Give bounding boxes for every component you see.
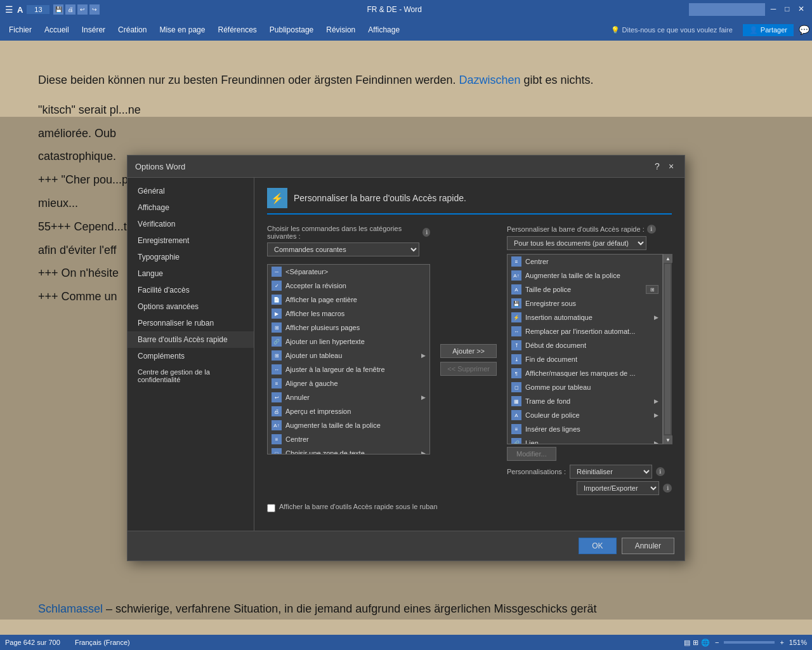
nav-confidentialite[interactable]: Centre de gestion de la confidentialité: [128, 364, 254, 387]
redo-icon[interactable]: ↪: [89, 4, 100, 15]
category-row: Commandes courantes: [267, 242, 430, 256]
view-normal-icon[interactable]: ▤: [684, 639, 690, 647]
doc-link-1[interactable]: Dazwischen: [459, 74, 520, 86]
nav-avancees[interactable]: Options avancées: [128, 298, 254, 315]
statusbar-right: ▤ ⊞ 🌐 − + 151%: [684, 639, 807, 647]
nav-barre-outils[interactable]: Barre d'outils Accès rapide: [128, 331, 254, 348]
save-icon[interactable]: 💾: [53, 4, 63, 15]
menu-publipostage[interactable]: Publipostage: [263, 23, 320, 37]
personalisations-label: Personnalisations :: [507, 468, 566, 475]
list-item[interactable]: 🔗 Ajouter un lien hypertexte: [268, 335, 429, 348]
add-button[interactable]: Ajouter >>: [440, 344, 497, 358]
nav-langue[interactable]: Langue: [128, 265, 254, 282]
right-list-item[interactable]: ⤓ Fin de document: [508, 352, 662, 366]
scroll-up-button[interactable]: ▲: [664, 254, 672, 263]
right-list-item[interactable]: ¶ Afficher/masquer les marques de ...: [508, 366, 662, 380]
nav-personnaliser-ruban[interactable]: Personnaliser le ruban: [128, 315, 254, 331]
menu-creation[interactable]: Création: [112, 23, 153, 37]
quick-access-list[interactable]: ≡ Centrer A↑ Augmenter la taille de la p…: [507, 254, 663, 444]
list-item[interactable]: ≡ Centrer: [268, 432, 429, 446]
right-list-item[interactable]: A Taille de police ⊞: [508, 282, 662, 296]
right-list-item[interactable]: A Couleur de police ▶: [508, 408, 662, 422]
comments-icon[interactable]: 💬: [799, 25, 809, 35]
left-column: Choisir les commandes dans les catégorie…: [267, 225, 430, 495]
category-select[interactable]: Commandes courantes: [267, 242, 419, 256]
close-button[interactable]: ✕: [796, 3, 807, 15]
list-item[interactable]: ⊞ Afficher plusieurs pages: [268, 321, 429, 335]
view-read-icon[interactable]: ⊞: [693, 639, 698, 647]
right-list-item[interactable]: 💾 Enregistrer sous: [508, 296, 662, 310]
nav-complements[interactable]: Compléments: [128, 348, 254, 364]
list-item[interactable]: ✓ Accepter la révision: [268, 279, 429, 293]
cancel-button[interactable]: Annuler: [622, 538, 674, 554]
list-item[interactable]: A↑ Augmenter la taille de la police: [268, 418, 429, 432]
list-item[interactable]: □ Choisir une zone de texte ▶: [268, 446, 429, 454]
menu-references[interactable]: Références: [211, 23, 263, 37]
checkbox-row: Afficher la barre d'outils Accès rapide …: [267, 503, 672, 512]
font-color2-icon: A: [511, 410, 521, 420]
print-icon[interactable]: 🖨: [65, 4, 75, 15]
menu-mise-en-page[interactable]: Mise en page: [153, 23, 211, 37]
menu-fichier[interactable]: Fichier: [3, 23, 38, 37]
menu-affichage[interactable]: Affichage: [362, 23, 406, 37]
dialog-header: Options Word ? ×: [128, 156, 684, 178]
dialog-title: Options Word: [135, 162, 185, 171]
menu-accueil[interactable]: Accueil: [38, 23, 75, 37]
view-web-icon[interactable]: 🌐: [701, 639, 710, 647]
right-list-item[interactable]: ⤒ Début de document: [508, 338, 662, 352]
menubar: Fichier Accueil Insérer Création Mise en…: [0, 19, 812, 41]
scroll-down-button[interactable]: ▼: [664, 435, 672, 444]
zoom-in-button[interactable]: +: [780, 639, 783, 646]
middle-buttons: Ajouter >> << Supprimer: [438, 225, 499, 495]
maximize-button[interactable]: □: [782, 3, 793, 15]
list-item[interactable]: ▶ Afficher les macros: [268, 307, 429, 321]
nav-verification[interactable]: Vérification: [128, 216, 254, 232]
right-list-item[interactable]: 🔗 Lien ▶: [508, 436, 662, 444]
show-below-ribbon-checkbox[interactable]: [267, 504, 275, 512]
nav-typographie[interactable]: Typographie: [128, 249, 254, 265]
nav-facilite[interactable]: Facilité d'accès: [128, 282, 254, 298]
nav-enregistrement[interactable]: Enregistrement: [128, 232, 254, 249]
list-item[interactable]: 🖨 Aperçu et impression: [268, 404, 429, 418]
commands-list[interactable]: ─ <Séparateur> ✓ Accepter la révision 📄: [267, 264, 430, 454]
arrow-icon: ▶: [421, 450, 426, 454]
dialog-help-button[interactable]: ?: [652, 161, 663, 172]
titlebar-search[interactable]: [689, 3, 765, 16]
minimize-button[interactable]: ─: [768, 3, 779, 15]
hamburger-icon[interactable]: ☰: [5, 4, 13, 15]
share-button[interactable]: 👤 Partager: [743, 24, 794, 36]
right-list-item[interactable]: A↑ Augmenter la taille de la police: [508, 269, 662, 282]
ok-button[interactable]: OK: [579, 538, 616, 554]
menu-search-text[interactable]: Dites-nous ce que vous voulez faire: [622, 26, 733, 34]
list-item[interactable]: 📄 Afficher la page entière: [268, 293, 429, 307]
nav-affichage[interactable]: Affichage: [128, 199, 254, 216]
info-icon-perso2: ℹ: [663, 484, 672, 493]
reinitialiser-select[interactable]: Réinitialiser: [570, 465, 652, 479]
font-size-input[interactable]: 13: [27, 5, 49, 14]
right-list-item[interactable]: ≡ Centrer: [508, 255, 662, 269]
menu-inserer[interactable]: Insérer: [75, 23, 112, 37]
nav-general[interactable]: Général: [128, 183, 254, 199]
personalisations-row: Personnalisations : Réinitialiser ℹ: [507, 465, 672, 479]
zoom-slider[interactable]: [724, 641, 775, 644]
list-item[interactable]: ─ <Séparateur>: [268, 265, 429, 279]
menu-revision[interactable]: Révision: [320, 23, 362, 37]
right-list-item[interactable]: ⚡ Insertion automatique ▶: [508, 310, 662, 324]
right-select[interactable]: Pour tous les documents (par défaut): [507, 236, 646, 250]
list-item[interactable]: ≡ Aligner à gauche: [268, 376, 429, 390]
right-list-item[interactable]: ◻ Gomme pour tableau: [508, 380, 662, 394]
language-info: Français (France): [75, 639, 130, 646]
remove-button[interactable]: << Supprimer: [440, 362, 497, 376]
modify-button[interactable]: Modifier...: [507, 447, 556, 461]
list-item[interactable]: ⊞ Ajouter un tableau ▶: [268, 348, 429, 362]
list-item[interactable]: ↩ Annuler ▶: [268, 390, 429, 404]
view-icons: ▤ ⊞ 🌐: [684, 639, 710, 647]
right-list-item[interactable]: ▦ Trame de fond ▶: [508, 394, 662, 408]
importer-select[interactable]: Importer/Exporter: [577, 481, 659, 495]
right-list-item[interactable]: ↔ Remplacer par l'insertion automat...: [508, 324, 662, 338]
right-list-item[interactable]: ≡ Insérer des lignes: [508, 422, 662, 436]
zoom-out-button[interactable]: −: [715, 639, 719, 646]
dialog-close-button[interactable]: ×: [665, 161, 677, 172]
undo-icon[interactable]: ↩: [77, 4, 88, 15]
list-item[interactable]: ↔ Ajuster à la largeur de la fenêtre: [268, 362, 429, 376]
